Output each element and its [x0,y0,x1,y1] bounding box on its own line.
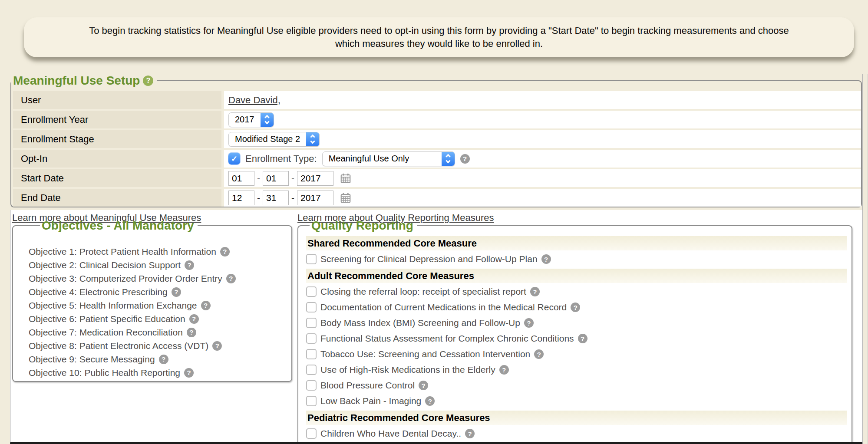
measure-label: Body Mass Index (BMI) Screening and Foll… [320,318,520,328]
quality-measure-row: Low Back Pain - Imaging ? [306,393,847,409]
setup-row-end-date: End Date - - [13,189,861,207]
objective-item: Objective 2: Clinical Decision Support? [29,258,291,272]
help-icon[interactable]: ? [159,355,168,364]
row-label-end-date: End Date [13,189,221,207]
row-value-enrollment-year: 2017 [224,111,861,128]
quality-measure-row: Children Who Have Dental Decay.. ? [306,426,847,441]
enrollment-type-label: Enrollment Type: [245,153,317,164]
help-icon[interactable]: ? [226,274,236,283]
help-icon[interactable]: ? [499,365,509,375]
help-icon[interactable]: ? [185,260,194,270]
help-icon[interactable]: ? [541,254,551,264]
end-date-month-input[interactable] [228,191,254,205]
objectives-fieldset: Objectives - All Mandatory Objective 1: … [12,219,292,382]
measure-checkbox[interactable] [306,349,317,359]
measure-section-header: Pediatric Recommended Core Measures [306,411,847,425]
measure-checkbox[interactable] [306,396,317,406]
date-separator: - [291,173,294,184]
enrollment-stage-value: Modified Stage 2 [229,132,306,146]
objective-item: Objective 7: Medication Reconciliation? [29,326,291,339]
objective-label: Objective 7: Medication Reconciliation [29,327,183,338]
quality-measure-row: Screening for Clinical Depression and Fo… [306,251,847,267]
start-date-month-input[interactable] [228,171,254,186]
date-separator: - [291,193,294,203]
help-icon[interactable]: ? [571,303,580,312]
row-label-opt-in: Opt-In [13,150,221,168]
measure-checkbox[interactable] [306,428,317,439]
measure-checkbox[interactable] [306,318,317,328]
setup-row-user: User Dave David, [13,91,861,109]
user-link[interactable]: Dave David, [228,95,281,106]
objectives-list: Objective 1: Protect Patient Health Info… [29,245,291,379]
calendar-icon[interactable] [340,172,352,184]
meaningful-use-setup-page: To begin tracking statistics for Meaning… [0,0,868,444]
objective-item: Objective 10: Public Health Reporting? [29,366,291,379]
measure-label: Blood Pressure Control [320,380,415,391]
enrollment-year-value: 2017 [229,113,261,127]
objective-item: Objective 8: Patient Electronic Access (… [29,339,291,352]
help-icon[interactable]: ? [143,76,153,86]
help-icon[interactable]: ? [465,429,475,438]
end-date-year-input[interactable] [297,191,333,205]
help-icon[interactable]: ? [425,396,435,406]
quality-measure-row: Body Mass Index (BMI) Screening and Foll… [306,315,847,331]
start-date-year-input[interactable] [297,171,333,186]
help-icon[interactable]: ? [530,287,540,296]
quality-measure-row: Tobacco Use: Screening and Cessation Int… [306,346,847,362]
measure-label: Functional Status Assessment for Complex… [320,333,574,344]
objective-label: Objective 4: Electronic Prescribing [29,287,168,297]
objective-item: Objective 6: Patient Specific Education? [29,312,291,326]
measure-checkbox[interactable] [306,302,317,312]
enrollment-type-value: Meaningful Use Only [323,152,442,166]
quality-measure-row: Blood Pressure Control ? [306,378,847,393]
quality-reporting-legend: Quality Reporting [310,219,417,233]
enrollment-stage-select[interactable]: Modified Stage 2 [228,132,320,147]
quality-measure-row: Use of High-Risk Medications in the Elde… [306,362,847,378]
measure-label: Closing the referral loop: receipt of sp… [320,286,526,297]
measure-checkbox[interactable] [306,254,317,264]
measure-label: Low Back Pain - Imaging [320,396,421,406]
select-arrows-icon [442,152,455,166]
help-icon[interactable]: ? [184,368,194,378]
start-date-day-input[interactable] [263,171,289,186]
help-icon[interactable]: ? [419,381,428,390]
measure-label: Documentation of Current Medications in … [320,302,567,312]
help-icon[interactable]: ? [524,318,534,328]
help-icon[interactable]: ? [220,247,230,257]
measure-checkbox[interactable] [306,380,317,391]
help-icon[interactable]: ? [460,154,470,164]
objective-item: Objective 4: Electronic Prescribing? [29,285,291,299]
help-icon[interactable]: ? [578,334,587,343]
objectives-legend: Objectives - All Mandatory [40,219,198,233]
date-separator: - [257,173,260,184]
enrollment-year-select[interactable]: 2017 [228,112,274,127]
quality-measures-list: Shared Recommended Core Measure Screenin… [306,236,847,441]
banner-text-line1: To begin tracking statistics for Meaning… [89,24,789,37]
row-label-user: User [13,91,221,109]
measure-label: Children Who Have Dental Decay.. [320,428,461,439]
help-icon[interactable]: ? [212,341,222,351]
objective-label: Objective 3: Computerized Provider Order… [29,273,222,284]
quality-measure-row: Documentation of Current Medications in … [306,299,847,315]
help-icon[interactable]: ? [201,301,211,310]
measure-checkbox[interactable] [306,365,317,375]
help-icon[interactable]: ? [187,328,196,337]
help-icon[interactable]: ? [172,287,181,297]
instruction-banner: To begin tracking statistics for Meaning… [24,17,854,57]
measure-checkbox[interactable] [306,333,317,344]
opt-in-checkbox[interactable]: ✓ [228,153,240,164]
row-value-enrollment-stage: Modified Stage 2 [224,130,861,148]
objective-label: Objective 9: Secure Messaging [29,354,155,365]
enrollment-type-select[interactable]: Meaningful Use Only [322,151,455,166]
setup-row-enrollment-stage: Enrollment Stage Modified Stage 2 [13,130,861,148]
select-arrows-icon [261,113,274,127]
help-icon[interactable]: ? [534,349,544,359]
select-arrows-icon [306,132,319,146]
end-date-day-input[interactable] [263,191,289,205]
objective-label: Objective 6: Patient Specific Education [29,314,185,324]
calendar-icon[interactable] [340,192,352,204]
measures-section: Learn more about Meaningful Use Measures… [10,210,862,444]
measure-checkbox[interactable] [306,286,317,297]
row-label-enrollment-stage: Enrollment Stage [13,130,221,148]
help-icon[interactable]: ? [189,314,199,324]
